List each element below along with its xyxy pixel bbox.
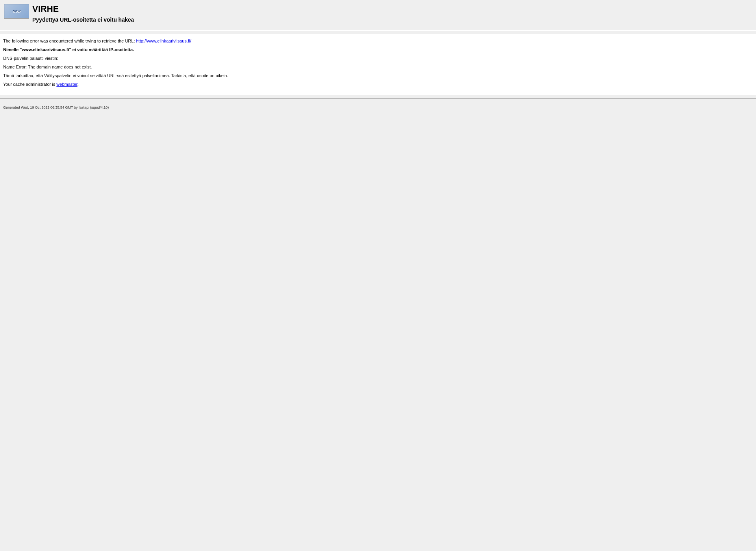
intro-paragraph: The following error was encountered whil… (3, 39, 753, 43)
squid-logo: NOW (4, 4, 29, 18)
admin-paragraph: Your cache administrator is webmaster. (3, 82, 753, 87)
dns-error-message: Name Error: The domain name does not exi… (3, 65, 753, 69)
admin-intro-text: Your cache administrator is (3, 82, 56, 87)
divider-top (0, 30, 756, 31)
explanation-text: Tämä tarkoittaa, että Välityspalvelin ei… (3, 73, 753, 78)
error-line: Nimelle "www.elinkaariviisaus.fi" ei voi… (3, 47, 753, 52)
intro-text: The following error was encountered whil… (3, 39, 136, 43)
logo-text: NOW (13, 9, 20, 13)
footer: Generated Wed, 19 Oct 2022 06:35:54 GMT … (0, 102, 756, 113)
page-title: VIRHE (32, 4, 134, 14)
header-text-block: VIRHE Pyydettyä URL-osoitetta ei voitu h… (32, 4, 134, 23)
error-content: The following error was encountered whil… (0, 34, 756, 95)
bold-error-text: Nimelle "www.elinkaariviisaus.fi" ei voi… (3, 47, 134, 52)
page-subtitle: Pyydettyä URL-osoitetta ei voitu hakea (32, 17, 134, 23)
admin-period: . (78, 82, 79, 87)
failed-url-link[interactable]: http://www.elinkaariviisaus.fi/ (136, 39, 191, 43)
dns-intro: DNS-palvelin palautti viestin: (3, 56, 753, 61)
webmaster-link[interactable]: webmaster (56, 82, 77, 87)
divider-bottom (0, 98, 756, 99)
generated-text: Generated Wed, 19 Oct 2022 06:35:54 GMT … (3, 105, 109, 109)
error-header: NOW VIRHE Pyydettyä URL-osoitetta ei voi… (0, 0, 756, 27)
